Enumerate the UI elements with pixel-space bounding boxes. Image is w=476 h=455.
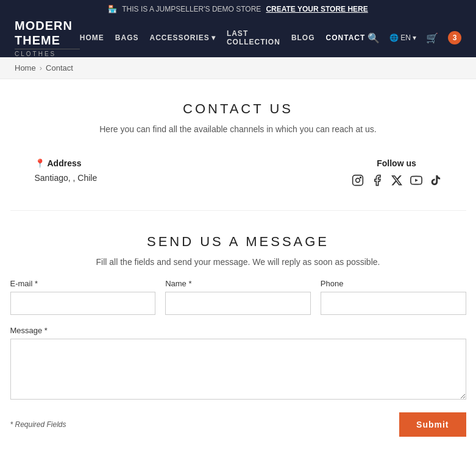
main-content: CONTACT US Here you can find all the ava… [1, 79, 476, 455]
header: MODERN THEME CLOTHES HOME BAGS ACCESSORI… [0, 18, 476, 57]
email-input[interactable] [10, 292, 156, 315]
submit-button[interactable]: Submit [399, 412, 466, 437]
phone-group: Phone [321, 279, 466, 315]
contact-us-subtitle: Here you can find all the available chan… [10, 124, 466, 134]
language-selector[interactable]: 🌐 EN ▾ [389, 34, 416, 42]
message-group: Message * [10, 326, 466, 401]
contact-us-section: CONTACT US Here you can find all the ava… [10, 79, 466, 144]
svg-rect-0 [352, 175, 363, 186]
tiktok-icon[interactable] [430, 174, 442, 189]
banner-text: THIS IS A JUMPSELLER'S DEMO STORE [122, 5, 261, 13]
svg-point-2 [360, 177, 361, 178]
breadcrumb: Home › Contact [0, 57, 476, 79]
name-input[interactable] [165, 292, 311, 315]
contact-us-title: CONTACT US [10, 101, 466, 117]
cart-button[interactable]: 🛒 [424, 30, 441, 46]
breadcrumb-home[interactable]: Home [15, 63, 36, 72]
name-label: Name * [165, 279, 311, 288]
search-button[interactable]: 🔍 [365, 30, 382, 46]
nav-blog[interactable]: BLOG [291, 34, 315, 42]
address-block: 📍 Address Santiago, , Chile [35, 158, 98, 183]
create-store-link[interactable]: CREATE YOUR STORE HERE [266, 5, 368, 13]
twitter-x-icon[interactable] [391, 174, 403, 189]
globe-icon: 🌐 [389, 34, 399, 42]
shop-icon: 🏪 [108, 5, 117, 13]
chevron-down-icon: ▾ [211, 34, 216, 42]
name-group: Name * [165, 279, 311, 315]
nav-contact[interactable]: CONTACT [326, 34, 366, 42]
visit-us-section: VISIT US [10, 449, 466, 455]
svg-point-1 [355, 178, 360, 183]
instagram-icon[interactable] [352, 174, 364, 189]
logo[interactable]: MODERN THEME CLOTHES [15, 18, 80, 57]
contact-info-row: 📍 Address Santiago, , Chile Follow us [10, 144, 466, 204]
contact-form: E-mail * Name * Phone Message * * Requir… [10, 279, 466, 449]
main-nav: HOME BAGS ACCESSORIES ▾ LAST COLLECTION … [80, 29, 365, 46]
phone-label: Phone [321, 279, 466, 288]
youtube-icon[interactable] [410, 174, 422, 189]
section-divider [10, 210, 466, 211]
breadcrumb-current: Contact [46, 63, 73, 72]
header-icons: 🔍 🌐 EN ▾ 🛒 3 [365, 30, 461, 46]
social-icons [352, 174, 442, 189]
phone-input[interactable] [321, 292, 466, 315]
send-message-section: SEND US A MESSAGE Fill all the fields an… [10, 217, 466, 279]
address-text: Santiago, , Chile [35, 173, 98, 183]
lang-chevron-icon: ▾ [413, 34, 416, 42]
nav-bags[interactable]: BAGS [115, 34, 139, 42]
send-message-subtitle: Fill all the fields and send your messag… [10, 257, 466, 267]
logo-title: MODERN THEME [15, 18, 80, 48]
lang-label: EN [400, 34, 411, 42]
facebook-icon[interactable] [371, 174, 383, 189]
follow-label: Follow us [377, 158, 416, 168]
nav-last-collection[interactable]: LAST COLLECTION [227, 29, 280, 46]
logo-subtitle: CLOTHES [15, 49, 80, 57]
nav-home[interactable]: HOME [80, 34, 104, 42]
message-label: Message * [10, 326, 466, 335]
email-label: E-mail * [10, 279, 156, 288]
location-pin-icon: 📍 [35, 158, 45, 168]
form-footer: * Required Fields Submit [10, 412, 466, 437]
top-banner: 🏪 THIS IS A JUMPSELLER'S DEMO STORE CREA… [0, 0, 476, 18]
follow-block: Follow us [352, 158, 442, 189]
required-note: * Required Fields [10, 420, 66, 429]
cart-badge: 3 [448, 31, 461, 44]
breadcrumb-chevron-icon: › [40, 63, 42, 72]
form-row-1: E-mail * Name * Phone [10, 279, 466, 315]
send-message-title: SEND US A MESSAGE [10, 234, 466, 250]
nav-accessories[interactable]: ACCESSORIES ▾ [150, 34, 216, 42]
address-label: 📍 Address [35, 158, 82, 168]
svg-marker-3 [415, 178, 418, 182]
email-group: E-mail * [10, 279, 156, 315]
message-textarea[interactable] [10, 339, 466, 400]
